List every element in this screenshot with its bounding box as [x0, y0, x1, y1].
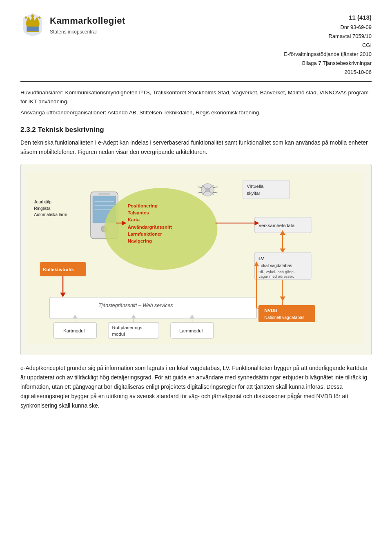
organization-name: Kammarkollegiet: [50, 14, 125, 27]
company: CGI: [284, 41, 372, 50]
crown-logo: [20, 12, 45, 37]
svg-rect-6: [27, 25, 39, 27]
lv-desc1: Bil-, cykel- och gång-: [258, 270, 295, 274]
svg-text:Larmfunktioner: Larmfunktioner: [128, 232, 163, 236]
svg-text:Talsyntes: Talsyntes: [128, 210, 149, 215]
organization-subtitle: Statens inköpscentral: [50, 28, 125, 36]
kartmodul-label: Kartmodul: [63, 328, 85, 333]
body-para-1: e-Adeptkonceptet grundar sig på informat…: [20, 363, 372, 410]
kollektivtrafik-label: Kollektivtrafik: [43, 267, 74, 272]
svg-rect-12: [98, 194, 110, 195]
ansvariga-text: Ansvariga utförandeorganisationer: Astan…: [20, 108, 372, 117]
svg-point-2: [31, 15, 34, 18]
logo-area: Kammarkollegiet Statens inköpscentral: [20, 12, 125, 37]
svg-rect-1: [26, 22, 39, 25]
svg-text:Karta: Karta: [128, 218, 140, 223]
bilaga: Bilaga 7 Tjänstebeskrivningar: [284, 59, 372, 68]
svg-text:Ringlista: Ringlista: [34, 206, 50, 211]
virtuella-skyltar-label: Virtuella: [247, 184, 264, 189]
ruttplaner-label2: modul: [112, 332, 125, 337]
header-meta: 11 (413) Dnr 93-69-09 Ramavtal 7059/10 C…: [284, 12, 372, 77]
meta-block: Huvudfinansiärer: Kommunikationsmyndighe…: [20, 88, 372, 117]
dnr: Dnr 93-69-09: [284, 23, 372, 32]
svg-text:Användargränssnitt: Användargränssnitt: [128, 225, 172, 230]
lv-title: LV: [258, 256, 264, 261]
logo-text: Kammarkollegiet Statens inköpscentral: [50, 14, 125, 36]
service: E-förvaltningsstödjande tjänster 2010: [284, 50, 372, 59]
webservices-label: Tjänstegränssnitt – Web services: [98, 303, 173, 308]
svg-point-28: [205, 187, 210, 192]
section-heading: 2.3.2 Teknisk beskrivning: [20, 125, 372, 135]
page-header: Kammarkollegiet Statens inköpscentral 11…: [20, 12, 372, 82]
ramavtal: Ramavtal 7059/10: [284, 32, 372, 41]
nvdb-title: NVDB: [264, 308, 277, 313]
body-text-block: e-Adeptkonceptet grundar sig på informat…: [20, 363, 372, 410]
diagram-svg: Jourhjälp Ringlista Automatiska larm Pos…: [28, 172, 364, 344]
svg-point-4: [38, 16, 41, 19]
svg-rect-7: [27, 31, 39, 32]
svg-text:Jourhjälp: Jourhjälp: [34, 200, 51, 205]
finansiarer-text: Huvudfinansiärer: Kommunikationsmyndighe…: [20, 88, 372, 106]
svg-point-3: [25, 16, 27, 19]
lv-desc2: vägar med adresser,: [258, 274, 294, 279]
date: 2015-10-06: [284, 68, 372, 77]
section-number: 2.3.2: [20, 126, 36, 134]
page-number: 11 (413): [284, 12, 372, 23]
section-body: Den tekniska funktionaliteten i e-Adept …: [20, 138, 372, 156]
svg-text:Positionering: Positionering: [128, 203, 158, 208]
section-title: Teknisk beskrivning: [38, 126, 104, 134]
diagram-svg-wrapper: Jourhjälp Ringlista Automatiska larm Pos…: [28, 172, 364, 347]
svg-text:Automatiska larm: Automatiska larm: [34, 212, 67, 217]
larmmodul-label: Larmmodul: [179, 328, 203, 333]
virtuella-skyltar-label2: skyltar: [247, 191, 260, 196]
virtuella-skyltar-box: [243, 180, 290, 199]
svg-text:Navigering: Navigering: [128, 238, 152, 243]
verksamhetsdata-label: Verksamhetsdata: [258, 223, 295, 228]
ruttplaner-label1: Ruttplanerings-: [112, 325, 144, 330]
lv-subtitle: Lokal vägdatabas: [258, 263, 292, 268]
nvdb-subtitle: Nationell vägdatabas: [264, 315, 304, 320]
architecture-diagram: Jourhjälp Ringlista Automatiska larm Pos…: [20, 164, 372, 355]
